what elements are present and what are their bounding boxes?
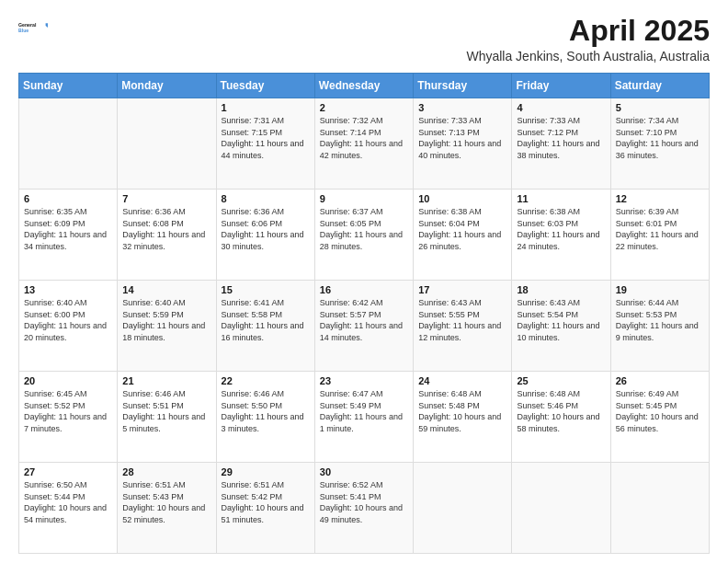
- day-number: 19: [616, 284, 704, 295]
- day-detail: Sunrise: 6:48 AMSunset: 5:46 PMDaylight:…: [517, 389, 599, 433]
- calendar-cell-0-1: [118, 98, 216, 190]
- header: General Blue April 2025 Whyalla Jenkins,…: [18, 15, 710, 63]
- day-detail: Sunrise: 7:31 AMSunset: 7:15 PMDaylight:…: [222, 116, 304, 160]
- calendar-cell-4-6: [610, 463, 709, 554]
- calendar-cell-4-2: 29 Sunrise: 6:51 AMSunset: 5:42 PMDaylig…: [216, 463, 314, 554]
- day-detail: Sunrise: 6:51 AMSunset: 5:43 PMDaylight:…: [122, 480, 205, 524]
- calendar-table: SundayMondayTuesdayWednesdayThursdayFrid…: [18, 73, 710, 554]
- day-number: 14: [122, 284, 210, 295]
- day-number: 18: [517, 284, 605, 295]
- day-number: 10: [418, 193, 506, 204]
- day-detail: Sunrise: 6:45 AMSunset: 5:52 PMDaylight:…: [24, 389, 107, 433]
- header-saturday: Saturday: [610, 74, 709, 98]
- day-detail: Sunrise: 6:39 AMSunset: 6:01 PMDaylight:…: [616, 207, 699, 251]
- calendar-cell-0-3: 2 Sunrise: 7:32 AMSunset: 7:14 PMDayligh…: [314, 98, 413, 190]
- calendar-cell-3-5: 25 Sunrise: 6:48 AMSunset: 5:46 PMDaylig…: [512, 372, 610, 463]
- calendar-cell-2-1: 14 Sunrise: 6:40 AMSunset: 5:59 PMDaylig…: [118, 281, 216, 372]
- calendar-cell-4-5: [512, 463, 610, 554]
- day-detail: Sunrise: 7:33 AMSunset: 7:12 PMDaylight:…: [517, 116, 599, 160]
- day-number: 3: [418, 102, 506, 113]
- day-detail: Sunrise: 6:42 AMSunset: 5:57 PMDaylight:…: [320, 298, 403, 342]
- calendar-cell-3-0: 20 Sunrise: 6:45 AMSunset: 5:52 PMDaylig…: [19, 372, 118, 463]
- header-sunday: Sunday: [19, 74, 118, 98]
- title-block: April 2025 Whyalla Jenkins, South Austra…: [466, 15, 710, 63]
- week-row-5: 27 Sunrise: 6:50 AMSunset: 5:44 PMDaylig…: [19, 463, 710, 554]
- day-detail: Sunrise: 6:36 AMSunset: 6:06 PMDaylight:…: [222, 207, 304, 251]
- svg-marker-2: [46, 23, 48, 28]
- calendar-cell-1-6: 12 Sunrise: 6:39 AMSunset: 6:01 PMDaylig…: [610, 190, 709, 281]
- day-detail: Sunrise: 7:33 AMSunset: 7:13 PMDaylight:…: [418, 116, 501, 160]
- calendar-cell-0-0: [19, 98, 118, 190]
- day-detail: Sunrise: 6:52 AMSunset: 5:41 PMDaylight:…: [320, 480, 403, 524]
- week-row-2: 6 Sunrise: 6:35 AMSunset: 6:09 PMDayligh…: [19, 190, 710, 281]
- day-detail: Sunrise: 6:46 AMSunset: 5:50 PMDaylight:…: [222, 389, 304, 433]
- day-detail: Sunrise: 7:32 AMSunset: 7:14 PMDaylight:…: [320, 116, 403, 160]
- day-detail: Sunrise: 6:44 AMSunset: 5:53 PMDaylight:…: [616, 298, 699, 342]
- header-thursday: Thursday: [414, 74, 512, 98]
- calendar-cell-3-1: 21 Sunrise: 6:46 AMSunset: 5:51 PMDaylig…: [118, 372, 216, 463]
- calendar-cell-0-6: 5 Sunrise: 7:34 AMSunset: 7:10 PMDayligh…: [610, 98, 709, 190]
- day-number: 25: [517, 375, 605, 386]
- day-number: 16: [320, 284, 408, 295]
- day-number: 12: [616, 193, 704, 204]
- day-detail: Sunrise: 6:46 AMSunset: 5:51 PMDaylight:…: [122, 389, 205, 433]
- week-row-3: 13 Sunrise: 6:40 AMSunset: 6:00 PMDaylig…: [19, 281, 710, 372]
- calendar-cell-1-4: 10 Sunrise: 6:38 AMSunset: 6:04 PMDaylig…: [414, 190, 512, 281]
- day-number: 15: [222, 284, 310, 295]
- calendar-cell-3-2: 22 Sunrise: 6:46 AMSunset: 5:50 PMDaylig…: [216, 372, 314, 463]
- header-wednesday: Wednesday: [314, 74, 413, 98]
- calendar-cell-4-4: [414, 463, 512, 554]
- day-detail: Sunrise: 6:51 AMSunset: 5:42 PMDaylight:…: [222, 480, 304, 524]
- calendar-cell-1-3: 9 Sunrise: 6:37 AMSunset: 6:05 PMDayligh…: [314, 190, 413, 281]
- svg-text:General: General: [18, 22, 37, 28]
- day-number: 8: [222, 193, 310, 204]
- calendar-cell-4-1: 28 Sunrise: 6:51 AMSunset: 5:43 PMDaylig…: [118, 463, 216, 554]
- day-number: 11: [517, 193, 605, 204]
- day-detail: Sunrise: 6:38 AMSunset: 6:04 PMDaylight:…: [418, 207, 501, 251]
- day-number: 27: [24, 466, 112, 477]
- main-title: April 2025: [466, 15, 710, 47]
- week-row-4: 20 Sunrise: 6:45 AMSunset: 5:52 PMDaylig…: [19, 372, 710, 463]
- calendar-header-row: SundayMondayTuesdayWednesdayThursdayFrid…: [19, 74, 710, 98]
- day-number: 1: [222, 102, 310, 113]
- day-detail: Sunrise: 6:41 AMSunset: 5:58 PMDaylight:…: [222, 298, 304, 342]
- day-number: 5: [616, 102, 704, 113]
- day-number: 28: [122, 466, 210, 477]
- day-number: 30: [320, 466, 408, 477]
- day-detail: Sunrise: 6:43 AMSunset: 5:55 PMDaylight:…: [418, 298, 501, 342]
- day-number: 24: [418, 375, 506, 386]
- calendar-cell-2-5: 18 Sunrise: 6:43 AMSunset: 5:54 PMDaylig…: [512, 281, 610, 372]
- day-number: 6: [24, 193, 112, 204]
- calendar-cell-1-2: 8 Sunrise: 6:36 AMSunset: 6:06 PMDayligh…: [216, 190, 314, 281]
- day-number: 13: [24, 284, 112, 295]
- day-detail: Sunrise: 6:43 AMSunset: 5:54 PMDaylight:…: [517, 298, 599, 342]
- svg-text:Blue: Blue: [18, 28, 28, 33]
- day-number: 9: [320, 193, 408, 204]
- header-friday: Friday: [512, 74, 610, 98]
- calendar-cell-0-5: 4 Sunrise: 7:33 AMSunset: 7:12 PMDayligh…: [512, 98, 610, 190]
- calendar-cell-2-2: 15 Sunrise: 6:41 AMSunset: 5:58 PMDaylig…: [216, 281, 314, 372]
- day-number: 17: [418, 284, 506, 295]
- day-detail: Sunrise: 6:49 AMSunset: 5:45 PMDaylight:…: [616, 389, 699, 433]
- day-detail: Sunrise: 6:35 AMSunset: 6:09 PMDaylight:…: [24, 207, 107, 251]
- calendar-cell-3-6: 26 Sunrise: 6:49 AMSunset: 5:45 PMDaylig…: [610, 372, 709, 463]
- day-number: 23: [320, 375, 408, 386]
- day-number: 2: [320, 102, 408, 113]
- day-detail: Sunrise: 6:38 AMSunset: 6:03 PMDaylight:…: [517, 207, 599, 251]
- calendar-cell-4-3: 30 Sunrise: 6:52 AMSunset: 5:41 PMDaylig…: [314, 463, 413, 554]
- calendar-cell-2-6: 19 Sunrise: 6:44 AMSunset: 5:53 PMDaylig…: [610, 281, 709, 372]
- day-number: 7: [122, 193, 210, 204]
- subtitle: Whyalla Jenkins, South Australia, Austra…: [466, 49, 710, 63]
- day-number: 29: [222, 466, 310, 477]
- day-detail: Sunrise: 7:34 AMSunset: 7:10 PMDaylight:…: [616, 116, 699, 160]
- calendar-cell-1-5: 11 Sunrise: 6:38 AMSunset: 6:03 PMDaylig…: [512, 190, 610, 281]
- calendar-cell-1-1: 7 Sunrise: 6:36 AMSunset: 6:08 PMDayligh…: [118, 190, 216, 281]
- calendar-cell-0-2: 1 Sunrise: 7:31 AMSunset: 7:15 PMDayligh…: [216, 98, 314, 190]
- logo-icon: General Blue: [18, 15, 48, 40]
- logo: General Blue: [18, 15, 48, 40]
- calendar-cell-3-4: 24 Sunrise: 6:48 AMSunset: 5:48 PMDaylig…: [414, 372, 512, 463]
- header-tuesday: Tuesday: [216, 74, 314, 98]
- day-number: 21: [122, 375, 210, 386]
- calendar-cell-4-0: 27 Sunrise: 6:50 AMSunset: 5:44 PMDaylig…: [19, 463, 118, 554]
- week-row-1: 1 Sunrise: 7:31 AMSunset: 7:15 PMDayligh…: [19, 98, 710, 190]
